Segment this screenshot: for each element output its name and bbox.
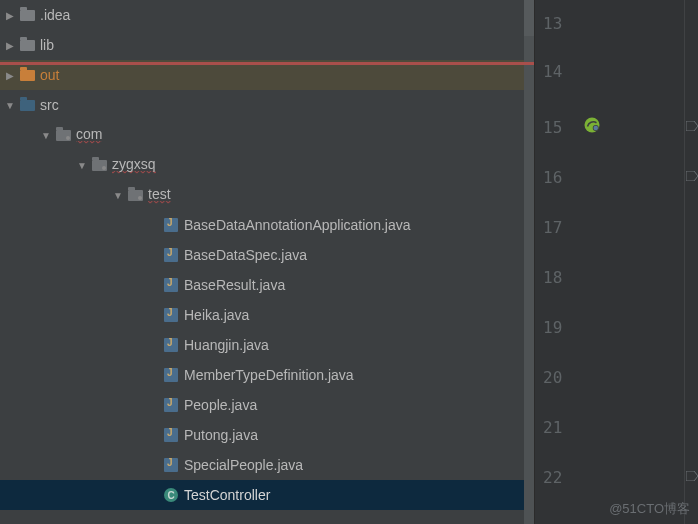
- chevron-right-icon[interactable]: [2, 7, 18, 23]
- line-number[interactable]: 15: [543, 118, 562, 137]
- svg-point-2: [594, 126, 599, 131]
- tree-item-label: zygxsq: [112, 156, 156, 174]
- line-number[interactable]: 13: [543, 14, 562, 33]
- tree-item-label: Heika.java: [184, 307, 249, 323]
- gutter-marker-icon[interactable]: [686, 468, 698, 478]
- tree-row[interactable]: Huangjin.java: [0, 330, 534, 360]
- project-tree-panel[interactable]: .idealiboutsrccomzygxsqtestBaseDataAnnot…: [0, 0, 534, 524]
- gutter-marker-icon[interactable]: [686, 168, 698, 178]
- tree-row[interactable]: TestController: [0, 480, 534, 510]
- tree-row[interactable]: com: [0, 120, 534, 150]
- tree-item-label: out: [40, 67, 59, 83]
- chevron-down-icon[interactable]: [38, 127, 54, 143]
- java-file-icon: [162, 216, 180, 234]
- java-file-icon: [162, 276, 180, 294]
- package-icon: [126, 186, 144, 204]
- tree-row[interactable]: BaseDataSpec.java: [0, 240, 534, 270]
- spring-icon[interactable]: [583, 116, 601, 134]
- line-number[interactable]: 19: [543, 318, 562, 337]
- java-file-icon: [162, 306, 180, 324]
- tree-item-label: MemberTypeDefinition.java: [184, 367, 354, 383]
- tree-item-label: src: [40, 97, 59, 113]
- editor-marker-track[interactable]: [684, 0, 698, 524]
- source-folder-icon: [18, 96, 36, 114]
- line-number[interactable]: 16: [543, 168, 562, 187]
- package-icon: [54, 126, 72, 144]
- line-number[interactable]: 18: [543, 268, 562, 287]
- java-file-icon: [162, 366, 180, 384]
- tree-item-label: SpecialPeople.java: [184, 457, 303, 473]
- tree-item-label: Huangjin.java: [184, 337, 269, 353]
- tree-row[interactable]: .idea: [0, 0, 534, 30]
- java-file-icon: [162, 396, 180, 414]
- watermark-text: @51CTO博客: [609, 500, 690, 518]
- java-file-icon: [162, 336, 180, 354]
- line-number[interactable]: 20: [543, 368, 562, 387]
- tree-item-label: Putong.java: [184, 427, 258, 443]
- tree-row[interactable]: zygxsq: [0, 150, 534, 180]
- tree-item-label: .idea: [40, 7, 70, 23]
- tree-row[interactable]: MemberTypeDefinition.java: [0, 360, 534, 390]
- tree-row[interactable]: BaseDataAnnotationApplication.java: [0, 210, 534, 240]
- tree-row[interactable]: lib: [0, 30, 534, 60]
- tree-row[interactable]: Putong.java: [0, 420, 534, 450]
- chevron-down-icon[interactable]: [110, 187, 126, 203]
- tree-row[interactable]: src: [0, 90, 534, 120]
- tree-item-label: TestController: [184, 487, 270, 503]
- package-icon: [90, 156, 108, 174]
- tree-scrollbar-thumb[interactable]: [524, 0, 534, 36]
- tree-item-label: lib: [40, 37, 54, 53]
- java-file-icon: [162, 246, 180, 264]
- line-number[interactable]: 22: [543, 468, 562, 487]
- chevron-right-icon[interactable]: [2, 67, 18, 83]
- java-file-icon: [162, 456, 180, 474]
- line-number[interactable]: 17: [543, 218, 562, 237]
- java-file-icon: [162, 426, 180, 444]
- folder-icon: [18, 36, 36, 54]
- tree-row[interactable]: BaseResult.java: [0, 270, 534, 300]
- tree-item-label: com: [76, 126, 102, 144]
- gutter-marker-icon[interactable]: [686, 118, 698, 128]
- tree-item-label: test: [148, 186, 171, 204]
- tree-scrollbar-error-mark: [0, 62, 534, 65]
- editor-gutter[interactable]: 13141516171819202122: [534, 0, 698, 524]
- folder-excluded-icon: [18, 66, 36, 84]
- java-class-icon: [162, 486, 180, 504]
- folder-icon: [18, 6, 36, 24]
- chevron-down-icon[interactable]: [74, 157, 90, 173]
- tree-item-label: BaseDataAnnotationApplication.java: [184, 217, 411, 233]
- tree-row[interactable]: test: [0, 180, 534, 210]
- tree-item-label: BaseResult.java: [184, 277, 285, 293]
- line-number[interactable]: 14: [543, 62, 562, 81]
- line-number[interactable]: 21: [543, 418, 562, 437]
- chevron-down-icon[interactable]: [2, 97, 18, 113]
- tree-item-label: People.java: [184, 397, 257, 413]
- tree-item-label: BaseDataSpec.java: [184, 247, 307, 263]
- chevron-right-icon[interactable]: [2, 37, 18, 53]
- tree-row[interactable]: People.java: [0, 390, 534, 420]
- tree-scrollbar[interactable]: [524, 0, 534, 524]
- tree-row[interactable]: Heika.java: [0, 300, 534, 330]
- tree-row[interactable]: SpecialPeople.java: [0, 450, 534, 480]
